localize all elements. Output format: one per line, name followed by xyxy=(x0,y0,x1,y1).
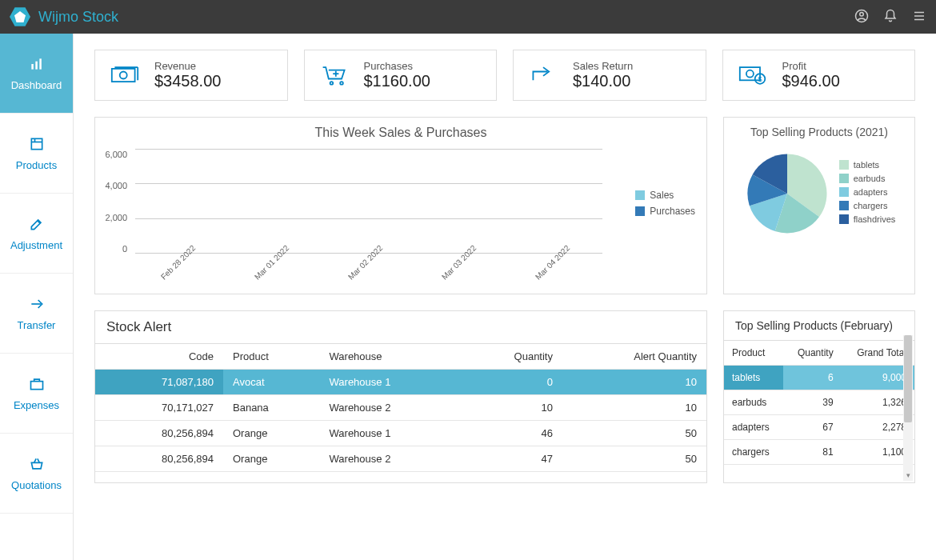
svg-rect-5 xyxy=(31,64,34,70)
svg-rect-20 xyxy=(739,67,759,80)
user-icon[interactable] xyxy=(854,9,869,26)
money-icon xyxy=(110,63,140,87)
table-row[interactable]: chargers811,100 xyxy=(724,440,914,465)
chart-title: This Week Sales & Purchases xyxy=(95,118,706,143)
svg-point-16 xyxy=(330,82,333,85)
kpi-profit: $ Profit $946.00 xyxy=(722,50,916,101)
return-arrow-icon xyxy=(528,63,558,87)
pie-panel: Top Selling Products (2021) tabletsearbu… xyxy=(723,117,915,294)
kpi-value: $946.00 xyxy=(782,72,840,90)
pie-legend: tabletsearbudsadapterschargersflashdrive… xyxy=(839,160,896,228)
chart-plot-area: Feb 28 2022Mar 01 2022Mar 02 2022Mar 03 … xyxy=(135,150,602,254)
kpi-label: Profit xyxy=(782,60,840,72)
sidebar-item-label: Products xyxy=(16,159,57,171)
pie-legend-item: adapters xyxy=(839,187,896,197)
xtick: Mar 02 2022 xyxy=(346,243,384,281)
bell-icon[interactable] xyxy=(883,9,898,26)
svg-point-21 xyxy=(746,70,753,78)
stock-alert-title: Stock Alert xyxy=(95,311,706,344)
sidebar: Dashboard Products Adjustment Transfer E… xyxy=(0,34,74,560)
app-title: Wijmo Stock xyxy=(38,9,118,26)
ytick: 4,000 xyxy=(95,181,127,190)
kpi-label: Purchases xyxy=(364,60,430,72)
xtick: Mar 01 2022 xyxy=(253,243,290,281)
col-quantity[interactable]: Quantity xyxy=(783,341,841,366)
table-row[interactable]: 80,256,894OrangeWarehouse 14650 xyxy=(95,421,706,446)
col-alert[interactable]: Alert Quantity xyxy=(562,344,706,370)
scroll-down-icon[interactable]: ▾ xyxy=(903,470,913,481)
svg-rect-8 xyxy=(31,138,42,149)
scrollbar[interactable]: ▾ xyxy=(903,335,913,481)
chart-y-ticks: 6,000 4,000 2,000 0 xyxy=(95,150,132,254)
sidebar-item-products[interactable]: Products xyxy=(0,114,73,194)
pie-legend-item: chargers xyxy=(839,201,896,210)
table-row[interactable]: 71,087,180AvocatWarehouse 1010 xyxy=(95,370,706,395)
logo-hex-icon xyxy=(10,6,30,27)
kpi-value: $3458.00 xyxy=(154,72,221,90)
app-logo[interactable]: Wijmo Stock xyxy=(10,6,118,27)
sidebar-item-dashboard[interactable]: Dashboard xyxy=(0,34,73,114)
cart-plus-icon xyxy=(319,63,350,87)
col-product[interactable]: Product xyxy=(724,341,783,366)
col-code[interactable]: Code xyxy=(95,344,223,370)
menu-icon[interactable] xyxy=(912,9,926,26)
table-row[interactable]: tablets69,000 xyxy=(724,366,914,390)
ytick: 6,000 xyxy=(95,150,127,159)
sidebar-item-expenses[interactable]: Expenses xyxy=(0,354,73,434)
sidebar-item-label: Quotations xyxy=(11,479,62,491)
kpi-value: $140.00 xyxy=(573,72,633,90)
table-row[interactable]: adapters672,278 xyxy=(724,415,914,440)
topbar: Wijmo Stock xyxy=(0,0,936,34)
ytick: 2,000 xyxy=(95,213,127,222)
pie-legend-item: flashdrives xyxy=(839,214,896,224)
legend-item-purchases: Purchases xyxy=(650,206,695,217)
scrollbar-thumb[interactable] xyxy=(904,335,912,422)
sidebar-item-quotations[interactable]: Quotations xyxy=(0,434,73,514)
sidebar-item-label: Dashboard xyxy=(11,79,62,91)
svg-rect-6 xyxy=(35,61,38,69)
ytick: 0 xyxy=(95,244,127,254)
top-monthly-panel: Top Selling Products (February) Product … xyxy=(723,310,915,483)
svg-point-1 xyxy=(860,12,864,16)
basket-icon xyxy=(29,456,45,474)
bar-chart-icon xyxy=(29,56,45,74)
kpi-sales-return: Sales Return $140.00 xyxy=(513,50,706,101)
svg-point-13 xyxy=(120,72,127,79)
sidebar-item-label: Expenses xyxy=(14,399,59,411)
transfer-arrow-icon xyxy=(29,296,45,314)
pie-legend-item: tablets xyxy=(839,160,896,170)
kpi-row: Revenue $3458.00 Purchases $1160.00 Sa xyxy=(94,50,915,101)
col-warehouse[interactable]: Warehouse xyxy=(320,344,462,370)
pie-chart xyxy=(743,150,831,238)
col-quantity[interactable]: Quantity xyxy=(461,344,562,370)
legend-item-sales: Sales xyxy=(650,190,674,201)
kpi-value: $1160.00 xyxy=(364,72,430,90)
edit-icon xyxy=(29,216,45,234)
kpi-label: Revenue xyxy=(154,60,221,72)
xtick: Feb 28 2022 xyxy=(159,243,197,281)
table-row[interactable]: 70,171,027BananaWarehouse 21010 xyxy=(95,395,706,421)
stock-alert-table: Code Product Warehouse Quantity Alert Qu… xyxy=(95,344,706,472)
xtick: Mar 04 2022 xyxy=(534,243,571,281)
top-monthly-title: Top Selling Products (February) xyxy=(724,311,914,341)
chart-legend: Sales Purchases xyxy=(635,190,695,222)
svg-text:$: $ xyxy=(758,75,762,83)
table-row[interactable]: earbuds391,326 xyxy=(724,390,914,415)
profit-icon: $ xyxy=(738,63,768,87)
week-chart-panel: This Week Sales & Purchases 6,000 4,000 … xyxy=(94,117,707,294)
svg-point-17 xyxy=(340,82,343,85)
sidebar-item-label: Adjustment xyxy=(10,239,62,251)
sidebar-item-adjustment[interactable]: Adjustment xyxy=(0,194,73,274)
xtick: Mar 03 2022 xyxy=(440,243,478,281)
box-icon xyxy=(29,136,45,154)
kpi-purchases: Purchases $1160.00 xyxy=(304,50,498,101)
table-row[interactable]: 80,256,894OrangeWarehouse 24750 xyxy=(95,446,706,472)
svg-rect-7 xyxy=(39,58,42,69)
col-product[interactable]: Product xyxy=(223,344,320,370)
svg-rect-12 xyxy=(112,69,135,82)
top-monthly-table: Product Quantity Grand Total tablets69,0… xyxy=(724,341,914,465)
sidebar-item-transfer[interactable]: Transfer xyxy=(0,274,73,354)
pie-title: Top Selling Products (2021) xyxy=(724,118,914,142)
stock-alert-panel: Stock Alert Code Product Warehouse Quant… xyxy=(94,310,707,483)
briefcase-icon xyxy=(29,376,45,394)
